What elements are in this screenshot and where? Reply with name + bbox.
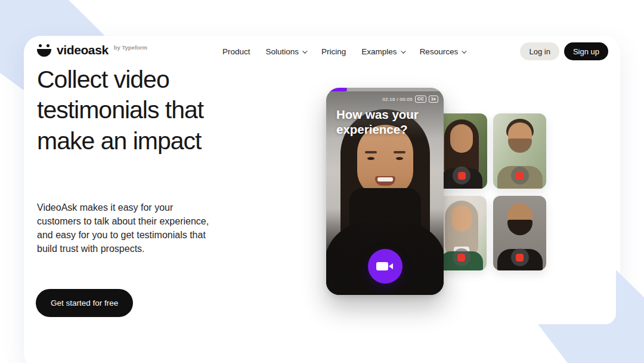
record-video-button[interactable]: [368, 249, 402, 284]
phone-video-mockup[interactable]: 02:16 / 00:05 CC 1x How was your experie…: [326, 88, 444, 295]
record-indicator-icon: [453, 167, 470, 184]
page-title: Collect video testimonials that make an …: [37, 64, 210, 156]
byline-typeform: by Typeform: [114, 44, 147, 51]
chevron-down-icon: [302, 48, 307, 53]
get-started-button[interactable]: Get started for free: [36, 289, 133, 317]
nav-item-resources[interactable]: Resources: [420, 47, 466, 56]
auth-buttons: Log in Sign up: [520, 42, 608, 60]
nav-item-examples[interactable]: Examples: [361, 47, 404, 56]
nav-item-solutions[interactable]: Solutions: [266, 47, 306, 56]
video-progress-bar[interactable]: [326, 88, 444, 91]
signup-button[interactable]: Sign up: [564, 42, 608, 60]
captions-toggle[interactable]: CC: [415, 96, 426, 103]
main-nav: Product Solutions Pricing Examples Resou…: [222, 47, 465, 56]
smiley-logo-icon: [37, 44, 51, 57]
chevron-down-icon: [401, 48, 405, 53]
brand-wordmark: videoask: [57, 43, 109, 57]
playback-speed-toggle[interactable]: 1x: [429, 96, 438, 103]
testimonial-thumbnail-4[interactable]: [493, 196, 546, 270]
nav-item-product[interactable]: Product: [222, 47, 250, 56]
nav-item-pricing[interactable]: Pricing: [321, 47, 346, 56]
record-indicator-icon: [511, 248, 529, 266]
video-meta-row: 02:16 / 00:05 CC 1x: [382, 96, 438, 103]
video-camera-icon: [376, 262, 394, 270]
video-question-overlay: How was your experience?: [336, 107, 431, 137]
video-timestamp: 02:16 / 00:05: [382, 97, 413, 102]
hero-description: VideoAsk makes it easy for your customer…: [37, 201, 219, 256]
login-button[interactable]: Log in: [520, 42, 559, 60]
record-indicator-icon: [511, 167, 529, 184]
record-indicator-icon: [453, 248, 470, 266]
testimonial-thumbnail-2[interactable]: [493, 113, 546, 189]
decor-notch-mask: [595, 303, 616, 324]
videoask-logo[interactable]: videoask by Typeform: [37, 43, 147, 57]
